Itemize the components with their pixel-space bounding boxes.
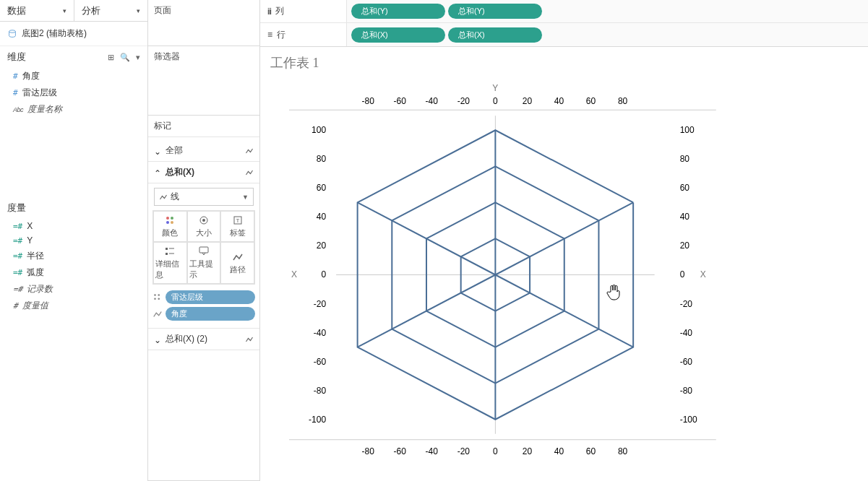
detail-icon [152, 292, 163, 303]
row-pill[interactable]: 总和(X) [448, 27, 542, 43]
columns-label: 列 [275, 5, 284, 17]
tab-analytics[interactable]: 分析 ▾ [74, 0, 147, 22]
field-radius[interactable]: =#半径 [0, 248, 147, 264]
field-measure-values[interactable]: #度量值 [0, 298, 147, 314]
cards-pane: 页面 筛选器 标记 ⌄ 全部 ⌃ 总和(X) 线 ▼ [148, 0, 260, 481]
line-type-icon [245, 335, 254, 344]
label-icon: T [232, 214, 244, 226]
filters-shelf[interactable]: 筛选器 [148, 46, 259, 116]
svg-text:20: 20 [523, 446, 533, 456]
dropdown-caret-icon: ▾ [137, 7, 140, 14]
dropdown-caret-icon: ▼ [242, 194, 249, 201]
marks-sumx-row[interactable]: ⌃ 总和(X) [148, 162, 259, 183]
svg-point-2 [171, 217, 173, 220]
calc-number-icon: =# [13, 236, 22, 246]
rows-shelf[interactable]: ≡行 总和(X) 总和(X) [260, 23, 868, 46]
field-y[interactable]: =#Y [0, 233, 147, 248]
svg-point-16 [154, 298, 156, 300]
marks-path-button[interactable]: 路径 [220, 242, 254, 284]
marks-card: 标记 ⌄ 全部 ⌃ 总和(X) 线 ▼ 颜色 大小 T标签 [148, 116, 259, 481]
marks-all-row[interactable]: ⌄ 全部 [148, 140, 259, 162]
calc-number-icon: =# [13, 222, 22, 231]
svg-text:40: 40 [680, 212, 690, 222]
dimensions-list: #角度 #雷达层级 Abc度量名称 [0, 68, 147, 118]
detail-icon [164, 246, 176, 257]
row-pill[interactable]: 总和(X) [351, 27, 445, 43]
svg-text:X: X [700, 270, 706, 280]
dropdown-caret-icon: ▾ [63, 7, 66, 14]
cell-label: 大小 [196, 228, 212, 238]
svg-text:-20: -20 [457, 96, 470, 106]
columns-shelf[interactable]: iii列 总和(Y) 总和(Y) [260, 0, 868, 23]
tab-data[interactable]: 数据 ▾ [0, 0, 74, 22]
svg-text:-20: -20 [457, 446, 470, 456]
field-measure-names[interactable]: Abc度量名称 [0, 101, 147, 118]
svg-rect-10 [166, 253, 168, 255]
svg-text:60: 60 [317, 183, 327, 193]
svg-text:80: 80 [618, 446, 628, 456]
svg-point-3 [166, 221, 169, 224]
svg-text:-60: -60 [394, 446, 407, 456]
svg-text:0: 0 [680, 270, 685, 280]
path-icon [232, 251, 244, 263]
field-label: 角度 [22, 70, 40, 82]
marks-size-button[interactable]: 大小 [187, 211, 221, 242]
svg-text:T: T [236, 217, 239, 224]
cell-label: 路径 [230, 264, 246, 275]
calc-number-icon: =# [13, 285, 22, 294]
svg-text:X: X [291, 270, 297, 280]
column-pill[interactable]: 总和(Y) [351, 4, 445, 19]
svg-text:Y: Y [492, 83, 498, 93]
number-type-icon: # [13, 301, 18, 311]
sheet-title[interactable]: 工作表 1 [260, 47, 868, 76]
menu-caret-icon[interactable]: ▾ [136, 53, 140, 62]
svg-point-15 [158, 294, 160, 296]
chevron-up-icon: ⌃ [154, 168, 163, 177]
marks-sumx2-label: 总和(X) (2) [163, 333, 245, 345]
search-icon[interactable]: 🔍 [120, 53, 130, 62]
marks-detail-button[interactable]: 详细信息 [153, 242, 187, 284]
svg-text:-20: -20 [314, 299, 327, 309]
field-label: 弧度 [27, 266, 44, 279]
number-type-icon: # [13, 88, 18, 98]
marks-color-button[interactable]: 颜色 [153, 211, 187, 242]
tab-data-label: 数据 [7, 4, 26, 17]
field-angle[interactable]: #角度 [0, 68, 147, 84]
mark-pill-detail[interactable]: 雷达层级 [152, 290, 255, 304]
marks-label-button[interactable]: T标签 [220, 211, 254, 242]
svg-point-6 [202, 219, 205, 222]
svg-text:20: 20 [523, 96, 533, 106]
field-x[interactable]: =#X [0, 219, 147, 233]
chart-canvas[interactable]: -80-80-60-60-40-40-20-200020204040606080… [260, 76, 868, 481]
tab-analytics-label: 分析 [82, 4, 100, 17]
svg-text:-100: -100 [309, 415, 326, 425]
mark-pill-path[interactable]: 角度 [152, 307, 255, 321]
field-record-count[interactable]: =#记录数 [0, 281, 147, 298]
field-radar-level[interactable]: #雷达层级 [0, 84, 147, 101]
datasource-selector[interactable]: 底图2 (辅助表格) [0, 22, 147, 46]
svg-text:80: 80 [680, 154, 690, 164]
rows-label: 行 [277, 29, 285, 41]
marks-sumx2-row[interactable]: ⌄ 总和(X) (2) [148, 328, 259, 350]
svg-text:100: 100 [680, 125, 695, 135]
field-radian[interactable]: =#弧度 [0, 264, 147, 281]
calc-number-icon: =# [13, 251, 22, 261]
svg-text:-100: -100 [680, 415, 697, 425]
column-pill[interactable]: 总和(Y) [448, 4, 542, 19]
pages-label: 页面 [154, 4, 254, 17]
svg-point-17 [158, 298, 160, 300]
svg-text:100: 100 [311, 125, 326, 135]
marks-tooltip-button[interactable]: 工具提示 [187, 242, 221, 284]
calc-number-icon: =# [13, 268, 22, 277]
view-toggle-icon[interactable]: ⊞ [108, 53, 114, 62]
svg-text:-60: -60 [314, 357, 327, 367]
pill-label: 总和(X) [361, 30, 388, 39]
pages-shelf[interactable]: 页面 [148, 0, 259, 46]
chart-svg: -80-80-60-60-40-40-20-200020204040606080… [275, 76, 854, 474]
tooltip-icon [198, 246, 210, 257]
rows-icon: ≡ [267, 30, 272, 40]
svg-text:-40: -40 [426, 96, 439, 106]
mark-type-dropdown[interactable]: 线 ▼ [154, 188, 254, 206]
svg-point-4 [171, 221, 173, 224]
line-type-icon [245, 147, 254, 155]
